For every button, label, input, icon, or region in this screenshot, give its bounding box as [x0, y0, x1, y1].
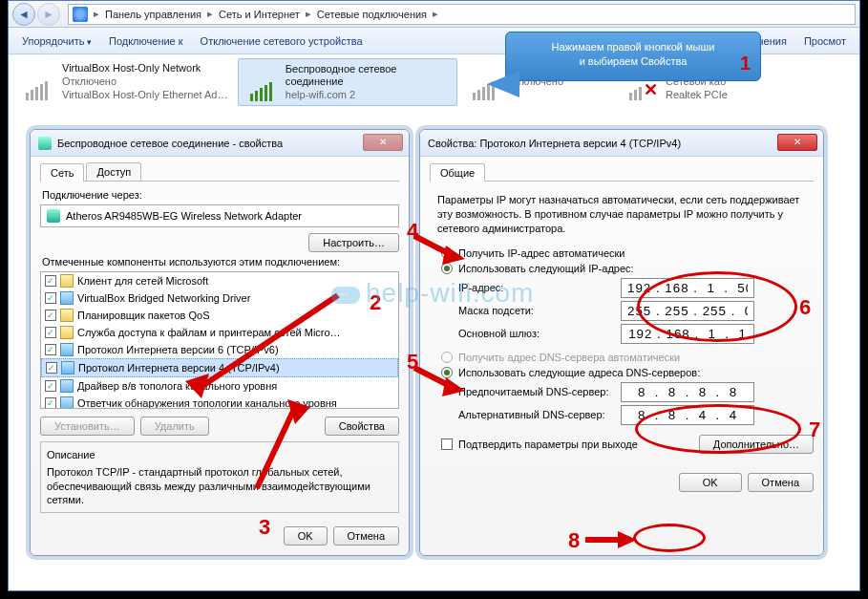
configure-button[interactable]: Настроить…: [308, 233, 399, 252]
adapter-icon: [38, 137, 52, 150]
network-icon: [18, 62, 56, 100]
component-icon: [60, 326, 74, 339]
component-icon: [60, 309, 74, 322]
address-bar: ◄ ► ▸ Панель управления ▸ Сеть и Интерне…: [9, 1, 859, 28]
dns-primary-input[interactable]: [621, 382, 754, 402]
tabset: Сеть Доступ: [40, 162, 399, 182]
dns1-label: Предпочитаемый DNS-сервер:: [458, 386, 621, 397]
component-row-selected[interactable]: Протокол Интернета версии 4 (TCP/IPv4): [41, 358, 398, 377]
control-panel-icon: [73, 7, 88, 22]
gateway-input[interactable]: [621, 324, 754, 344]
crumb-3[interactable]: Сетевые подключения: [313, 9, 431, 20]
menu-connect-to[interactable]: Подключение к: [101, 32, 191, 51]
menu-disable-device[interactable]: Отключение сетевого устройства: [193, 32, 370, 51]
radio-icon: [441, 247, 453, 259]
radio-dns-auto: Получить адрес DNS-сервера автоматически: [441, 352, 814, 363]
description-box: Описание Протокол TCP/IP - стандартный п…: [40, 441, 399, 513]
checkbox-icon[interactable]: [45, 344, 56, 355]
component-icon: [60, 291, 74, 305]
annotation-number-6: 6: [799, 295, 811, 320]
components-label: Отмеченные компоненты используются этим …: [42, 256, 399, 267]
component-icon: [60, 343, 74, 356]
crumb-1[interactable]: Панель управления: [101, 9, 205, 20]
intro-text: Параметры IP могут назначаться автоматич…: [430, 189, 814, 244]
tab-general[interactable]: Общие: [430, 163, 485, 182]
radio-ip-manual[interactable]: Использовать следующий IP-адрес:: [441, 263, 814, 274]
connect-via-label: Подключение через:: [42, 189, 399, 201]
watermark: help-wifi.com: [331, 278, 534, 309]
annotation-number-4: 4: [407, 219, 418, 244]
gateway-label: Основной шлюз:: [458, 328, 621, 339]
dialog-title: Беспроводное сетевое соединение - свойст…: [31, 130, 409, 157]
subnet-mask-input[interactable]: [621, 301, 754, 321]
cancel-button[interactable]: Отмена: [748, 473, 814, 492]
annotation-number-7: 7: [809, 417, 820, 442]
annotation-tooltip: Нажимаем правой кнопкой мыши и выбираем …: [505, 32, 761, 81]
properties-button[interactable]: Свойства: [325, 417, 399, 436]
checkbox-icon[interactable]: [45, 380, 56, 392]
checkbox-icon[interactable]: [46, 362, 57, 374]
ok-button[interactable]: OK: [679, 473, 742, 492]
connection-item-selected[interactable]: Беспроводное сетевое соединение help-wif…: [238, 58, 457, 106]
ok-button[interactable]: OK: [284, 526, 328, 546]
uninstall-button[interactable]: Удалить: [140, 417, 209, 436]
checkbox-icon[interactable]: [45, 275, 56, 287]
checkbox-icon[interactable]: [45, 310, 56, 321]
checkbox-icon[interactable]: [45, 327, 56, 338]
dialog-ipv4-properties: Свойства: Протокол Интернета версии 4 (T…: [419, 129, 824, 556]
menu-organize[interactable]: Упорядочить: [14, 32, 99, 51]
radio-dns-manual[interactable]: Использовать следующие адреса DNS-сервер…: [441, 367, 814, 378]
dialog-title: Свойства: Протокол Интернета версии 4 (T…: [420, 130, 823, 157]
radio-icon: [441, 352, 453, 363]
nav-back-button[interactable]: ◄: [12, 3, 35, 26]
breadcrumb[interactable]: ▸ Панель управления ▸ Сеть и Интернет ▸ …: [68, 4, 856, 25]
component-icon: [60, 396, 74, 409]
dialog-close-button[interactable]: ✕: [777, 134, 817, 151]
annotation-number-8: 8: [568, 528, 580, 553]
radio-icon: [441, 367, 453, 378]
component-icon: [60, 379, 74, 393]
annotation-number-1: 1: [740, 51, 751, 76]
validate-settings-checkbox[interactable]: Подтвердить параметры при выходе Дополни…: [441, 435, 814, 454]
checkbox-icon[interactable]: [45, 292, 56, 304]
adapter-field: Atheros AR9485WB-EG Wireless Network Ada…: [40, 204, 399, 227]
annotation-number-3: 3: [259, 515, 270, 540]
dialog-connection-properties: Беспроводное сетевое соединение - свойст…: [30, 129, 410, 556]
dialog-close-button[interactable]: ✕: [363, 134, 403, 151]
nav-forward-button[interactable]: ►: [37, 3, 60, 26]
dns-secondary-input[interactable]: [621, 405, 754, 425]
annotation-number-5: 5: [407, 350, 418, 374]
component-icon: [60, 274, 74, 288]
tab-sharing[interactable]: Доступ: [86, 162, 141, 181]
checkbox-icon: [441, 439, 453, 450]
tab-network[interactable]: Сеть: [40, 163, 84, 182]
adapter-chip-icon: [47, 209, 60, 223]
connection-item[interactable]: VirtualBox Host-Only Network Отключено V…: [14, 58, 234, 106]
radio-icon: [441, 263, 453, 274]
ip-address-input[interactable]: [621, 278, 754, 298]
menu-view-partial[interactable]: Просмот: [796, 32, 854, 51]
advanced-button[interactable]: Дополнительно…: [699, 435, 814, 454]
dns2-label: Альтернативный DNS-сервер:: [458, 409, 621, 420]
crumb-2[interactable]: Сеть и Интернет: [215, 9, 304, 20]
disconnected-x-icon: ✕: [644, 79, 658, 100]
cancel-button[interactable]: Отмена: [333, 526, 399, 546]
install-button[interactable]: Установить…: [40, 417, 135, 436]
checkbox-icon[interactable]: [45, 397, 56, 409]
radio-ip-auto[interactable]: Получить IP-адрес автоматически: [441, 247, 814, 259]
component-icon: [61, 361, 74, 374]
wifi-icon: [243, 63, 280, 101]
